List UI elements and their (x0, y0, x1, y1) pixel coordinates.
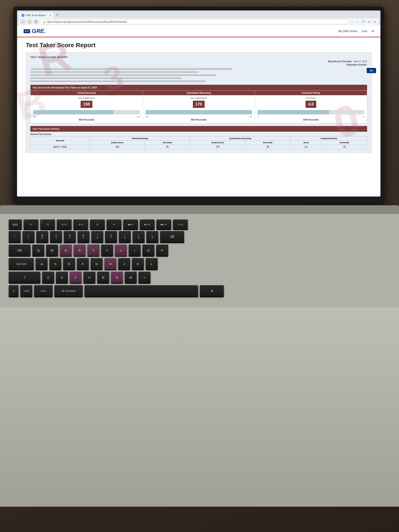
gre-logo: ETS GRE. (24, 28, 46, 34)
verbal-score-label: Your Scaled Score: (33, 97, 140, 99)
scores-section-header: Your Scores for the General Test Taken o… (30, 85, 367, 90)
key-f[interactable]: F (77, 258, 89, 270)
key-n[interactable]: N (111, 272, 123, 283)
key-v[interactable]: V (83, 272, 95, 283)
reload-button[interactable]: ↻ (34, 19, 38, 24)
key-c[interactable]: C (70, 272, 82, 283)
most-recent-label: Most Recent Test Date: April 27, 2019 (328, 60, 367, 63)
do-button[interactable]: Do (367, 68, 376, 73)
key-command-left[interactable]: ⌘ command (54, 285, 83, 297)
key-e[interactable]: E (60, 245, 72, 256)
aw-bar-fill (258, 110, 329, 114)
key-fn[interactable]: fn (9, 285, 19, 297)
keyboard-inner: esc ☀F1 ☀F2 ⊞ F3 ⊟ F4 F5 F6 ◀◀ F7 ▶‖ F8 … (0, 215, 399, 308)
key-0[interactable]: )0 (146, 231, 158, 242)
key-m[interactable]: M (125, 272, 137, 283)
extension-icon1[interactable]: ● (367, 20, 371, 24)
key-4[interactable]: $4 (64, 231, 76, 242)
key-f10[interactable]: ◁ F10 (173, 220, 188, 229)
key-f1[interactable]: ☀F1 (24, 220, 38, 229)
key-1[interactable]: !1 (23, 231, 34, 242)
key-alt-option[interactable]: option (34, 285, 53, 297)
key-shift-left[interactable]: ⇧ (9, 272, 40, 283)
key-f9[interactable]: ▶▶ F9 (156, 220, 171, 229)
key-h[interactable]: H (104, 258, 116, 270)
key-f7[interactable]: ◀◀ F7 (123, 220, 138, 229)
key-3[interactable]: #3 (50, 231, 62, 242)
verbal-score-bar (33, 110, 140, 114)
col-aw-group: Analytical Writing (290, 137, 367, 141)
browser-tab-active[interactable]: ● GRE Score Report ✕ (19, 13, 54, 18)
key-s[interactable]: S (49, 258, 61, 270)
key-5[interactable]: %5 (77, 231, 89, 242)
col-quant-scaled: Scaled Score (190, 141, 245, 145)
url-text: https://ereg.ets.org/ereg/scorereports/e… (47, 21, 127, 23)
key-l[interactable]: L (146, 258, 158, 270)
key-f4[interactable]: ⊟ F4 (73, 220, 88, 229)
key-6[interactable]: ^6 (91, 231, 103, 242)
col-verbal-scaled: Scaled Score (89, 141, 145, 145)
key-8[interactable]: *8 (119, 231, 131, 242)
evernote-icon[interactable]: T (361, 20, 366, 24)
verbal-score-value: 158 (81, 101, 92, 108)
key-tab[interactable]: tab (9, 245, 31, 256)
tab-close-button[interactable]: ✕ (49, 14, 51, 17)
key-x[interactable]: X (56, 272, 68, 283)
key-d[interactable]: D (63, 258, 75, 270)
blur-line-1 (30, 68, 232, 70)
blurred-personal-info (30, 68, 367, 82)
key-7[interactable]: &7 (105, 231, 117, 242)
bookmark-star-icon[interactable]: ☆ (350, 20, 354, 24)
browser-tabs: ● GRE Score Report ✕ + (19, 12, 379, 18)
laptop-screen-bezel: ● GRE Score Report ✕ + ← → ↻ 🔒 https://e… (13, 6, 384, 203)
key-q[interactable]: Q (32, 245, 44, 256)
new-tab-button[interactable]: + (54, 12, 60, 18)
key-control[interactable]: control (20, 285, 32, 297)
quant-score-label: Your Scaled Score: (146, 97, 252, 99)
gre-nav-cart[interactable]: Cart (362, 30, 367, 33)
key-g[interactable]: G (91, 258, 103, 270)
key-spacebar[interactable] (84, 285, 198, 297)
laptop-screen: ● GRE Score Report ✕ + ← → ↻ 🔒 https://e… (17, 11, 380, 196)
key-9[interactable]: (9 (133, 231, 145, 242)
key-f2[interactable]: ☀F2 (40, 220, 55, 229)
key-f8[interactable]: ▶‖ F8 (140, 220, 155, 229)
quant-score-range: 130 170 (146, 116, 252, 118)
key-f6[interactable]: F6 (107, 220, 121, 229)
key-z[interactable]: Z (42, 272, 54, 283)
key-u[interactable]: U (115, 245, 127, 256)
key-i[interactable]: I (129, 245, 141, 256)
key-o[interactable]: O (142, 245, 154, 256)
key-backspace[interactable]: ⌫ (160, 231, 184, 242)
key-j[interactable]: J (118, 258, 130, 270)
key-k[interactable]: K (132, 258, 144, 270)
back-button[interactable]: ← (20, 19, 25, 24)
gre-nav-home[interactable]: My GRE Home (338, 30, 357, 33)
key-y[interactable]: Y (101, 245, 113, 256)
row-verbal-scaled: 158 (89, 145, 145, 149)
key-r[interactable]: R (74, 245, 86, 256)
key-caps-lock[interactable]: caps lock (9, 258, 34, 270)
key-t[interactable]: T (87, 245, 99, 256)
gre-nav-more[interactable]: M (372, 30, 374, 33)
key-a[interactable]: A (36, 258, 48, 270)
key-2[interactable]: @2 (36, 231, 48, 242)
key-esc[interactable]: esc (9, 220, 22, 229)
key-f5[interactable]: F5 (90, 220, 105, 229)
key-backtick[interactable]: ~` (9, 231, 21, 242)
quant-bar-fill (146, 110, 252, 114)
address-bar[interactable]: 🔒 https://ereg.ets.org/ereg/scorereports… (40, 20, 348, 24)
key-w[interactable]: W (46, 245, 58, 256)
quant-percentile: 96th Percentile (146, 119, 252, 121)
extension-icon2[interactable]: ● (373, 20, 377, 24)
history-table: Test Date Verbal Reasoning Quantitative … (30, 136, 367, 149)
key-p[interactable]: P (156, 245, 168, 256)
key-comma[interactable]: < (139, 272, 151, 283)
key-command-right[interactable]: ⌘ (200, 285, 224, 297)
key-b[interactable]: B (97, 272, 109, 283)
dropbox-icon[interactable]: ↓ (355, 20, 360, 24)
key-f3[interactable]: ⊞ F3 (57, 220, 72, 229)
toolbar-icons: ☆ ↓ T ● ● (350, 20, 377, 24)
forward-button[interactable]: → (27, 19, 32, 24)
col-quant-group: Quantitative Reasoning (190, 137, 291, 141)
